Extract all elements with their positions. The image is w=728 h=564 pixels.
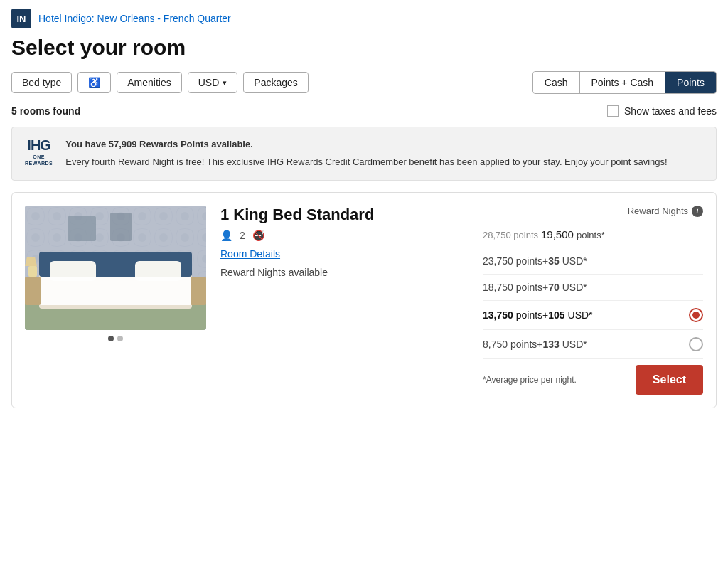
rewards-text: You have 57,909 Rewards Points available… xyxy=(65,137,667,170)
price-text-2: 23,750 points+35 USD* xyxy=(483,255,587,267)
ihg-brand: IHG xyxy=(25,137,53,154)
price-text-4: 13,750 points+105 USD* xyxy=(483,309,593,321)
reward-nights-available: Reward Nights available xyxy=(220,267,469,278)
ihg-one-rewards: ONEREWARDS xyxy=(25,154,53,166)
occupancy-count: 2 xyxy=(240,230,245,241)
rewards-line1: You have 57,909 Rewards Points available… xyxy=(65,137,667,152)
amenities-filter[interactable]: Amenities xyxy=(117,72,181,93)
filter-bar: Bed type ♿ Amenities USD ▾ Packages Cash… xyxy=(11,71,717,94)
price-text-5: 8,750 points+133 USD* xyxy=(483,339,587,350)
image-dots xyxy=(25,336,206,341)
currency-label: USD xyxy=(198,77,220,88)
hotel-name-link[interactable]: Hotel Indigo: New Orleans - French Quart… xyxy=(38,13,231,24)
room-name: 1 King Bed Standard xyxy=(220,206,469,224)
strikethrough-price-1: 28,750 points xyxy=(483,230,538,240)
accessibility-filter[interactable]: ♿ xyxy=(77,72,111,93)
payment-toggle: Cash Points + Cash Points xyxy=(532,71,717,94)
page-title: Select your room xyxy=(11,36,717,60)
info-icon[interactable]: i xyxy=(692,206,703,217)
ihg-logo: IHG ONEREWARDS xyxy=(25,137,53,166)
price-row-1: 28,750 points 19,500 points* xyxy=(483,221,703,248)
price-text-3: 18,750 points+70 USD* xyxy=(483,282,587,293)
svg-rect-11 xyxy=(28,266,37,277)
results-bar: 5 rooms found Show taxes and fees xyxy=(11,105,717,117)
taxes-checkbox[interactable] xyxy=(607,105,619,117)
reward-nights-header: Reward Nights i xyxy=(483,206,703,217)
svg-rect-13 xyxy=(68,216,96,241)
main-price-1: 19,500 points* xyxy=(541,228,605,240)
price-row-2: 23,750 points+35 USD* xyxy=(483,248,703,275)
svg-rect-9 xyxy=(25,277,41,305)
dot-2[interactable] xyxy=(117,336,123,341)
rewards-banner: IHG ONEREWARDS You have 57,909 Rewards P… xyxy=(11,127,717,181)
cash-payment-btn[interactable]: Cash xyxy=(533,72,580,93)
price-value-5: 8,750 points+133 USD* xyxy=(483,339,587,350)
svg-rect-10 xyxy=(191,277,206,305)
room-image xyxy=(25,206,206,330)
radio-btn-4[interactable] xyxy=(689,308,703,322)
no-smoking-icon: 🚭 xyxy=(252,230,264,241)
taxes-label: Show taxes and fees xyxy=(624,105,717,117)
radio-btn-5[interactable] xyxy=(689,337,703,351)
price-row-4[interactable]: 13,750 points+105 USD* xyxy=(483,301,703,330)
select-button[interactable]: Select xyxy=(636,365,703,395)
room-photo xyxy=(25,206,206,330)
price-row-5[interactable]: 8,750 points+133 USD* xyxy=(483,330,703,359)
bed-type-filter[interactable]: Bed type xyxy=(11,72,72,93)
person-icon: 👤 xyxy=(220,230,232,241)
dot-1[interactable] xyxy=(108,336,114,341)
reward-nights-label: Reward Nights xyxy=(628,206,688,217)
avg-price-note: *Average price per night. xyxy=(483,375,636,385)
bottom-row: *Average price per night. Select xyxy=(483,365,703,395)
svg-rect-14 xyxy=(110,213,132,241)
hotel-header: IN Hotel Indigo: New Orleans - French Qu… xyxy=(11,9,717,28)
points-payment-btn[interactable]: Points xyxy=(665,72,716,93)
svg-marker-12 xyxy=(25,257,37,266)
price-value-4: 13,750 points+105 USD* xyxy=(483,309,593,321)
price-value-3: 18,750 points+70 USD* xyxy=(483,282,587,293)
taxes-toggle[interactable]: Show taxes and fees xyxy=(607,105,717,117)
price-value-2: 23,750 points+35 USD* xyxy=(483,255,587,267)
pricing-col: Reward Nights i 28,750 points 19,500 poi… xyxy=(483,206,703,395)
hotel-logo-badge: IN xyxy=(11,9,31,28)
currency-filter[interactable]: USD ▾ xyxy=(188,72,238,93)
room-info-col: 1 King Bed Standard 👤 2 🚭 Room Details R… xyxy=(220,206,469,395)
accessibility-icon: ♿ xyxy=(88,77,100,88)
packages-filter[interactable]: Packages xyxy=(243,72,308,93)
price-row-3: 18,750 points+70 USD* xyxy=(483,275,703,301)
room-card: 1 King Bed Standard 👤 2 🚭 Room Details R… xyxy=(11,192,717,408)
rooms-found-count: 5 rooms found xyxy=(11,105,80,117)
points-cash-payment-btn[interactable]: Points + Cash xyxy=(580,72,666,93)
room-icons: 👤 2 🚭 xyxy=(220,230,469,241)
price-text-1: 28,750 points 19,500 points* xyxy=(483,228,605,240)
chevron-down-icon: ▾ xyxy=(223,78,227,87)
svg-rect-8 xyxy=(39,277,192,305)
room-details-link[interactable]: Room Details xyxy=(220,248,280,260)
room-image-section xyxy=(25,206,206,395)
rewards-line2: Every fourth Reward Night is free! This … xyxy=(65,155,667,170)
